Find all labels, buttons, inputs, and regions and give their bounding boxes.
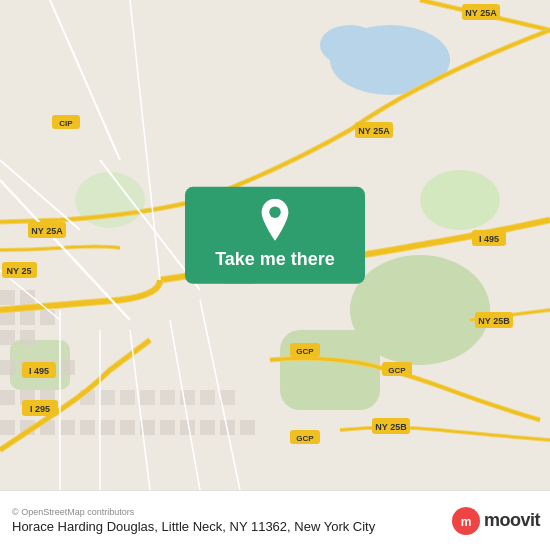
cta-overlay: Take me there [185,187,365,284]
openstreetmap-credit: © OpenStreetMap contributors [12,507,452,517]
svg-rect-26 [60,420,75,435]
svg-rect-20 [0,390,15,405]
svg-text:GCP: GCP [388,366,406,375]
footer-bar: © OpenStreetMap contributors Horace Hard… [0,490,550,550]
svg-rect-16 [0,360,15,375]
svg-rect-39 [140,390,155,405]
svg-rect-38 [120,390,135,405]
svg-text:I 495: I 495 [29,366,49,376]
svg-rect-29 [120,420,135,435]
cta-button-label: Take me there [215,249,335,270]
svg-text:I 295: I 295 [30,404,50,414]
svg-text:NY 25A: NY 25A [31,226,63,236]
svg-rect-23 [0,420,15,435]
svg-point-2 [320,25,380,65]
svg-point-5 [420,170,500,230]
moovit-icon: m [452,507,480,535]
svg-text:NY 25A: NY 25A [358,126,390,136]
svg-text:NY 25A: NY 25A [465,8,497,18]
svg-rect-35 [240,420,255,435]
svg-rect-27 [80,420,95,435]
svg-rect-19 [60,360,75,375]
svg-rect-42 [200,390,215,405]
svg-text:NY 25B: NY 25B [375,422,407,432]
svg-text:GCP: GCP [296,434,314,443]
moovit-brand-text: moovit [484,510,540,531]
svg-text:m: m [461,515,472,529]
svg-rect-6 [280,330,380,410]
svg-rect-28 [100,420,115,435]
moovit-logo[interactable]: m moovit [452,507,540,535]
svg-rect-40 [160,390,175,405]
svg-text:NY 25: NY 25 [7,266,32,276]
map-container: NY 25A NY 25A NY 25A NY 25 I 495 I 495 I… [0,0,550,490]
svg-rect-13 [40,310,55,325]
svg-text:CIP: CIP [59,119,73,128]
svg-rect-14 [0,330,15,345]
svg-text:GCP: GCP [296,347,314,356]
svg-rect-37 [100,390,115,405]
svg-rect-33 [200,420,215,435]
take-me-there-button[interactable]: Take me there [185,187,365,284]
svg-rect-31 [160,420,175,435]
svg-text:I 495: I 495 [479,234,499,244]
location-text: Horace Harding Douglas, Little Neck, NY … [12,519,452,534]
svg-text:NY 25B: NY 25B [478,316,510,326]
location-pin-icon [257,199,293,241]
svg-point-85 [269,206,280,217]
footer-left: © OpenStreetMap contributors Horace Hard… [12,507,452,534]
svg-rect-12 [20,310,35,325]
svg-rect-15 [20,330,35,345]
svg-rect-9 [0,290,15,305]
